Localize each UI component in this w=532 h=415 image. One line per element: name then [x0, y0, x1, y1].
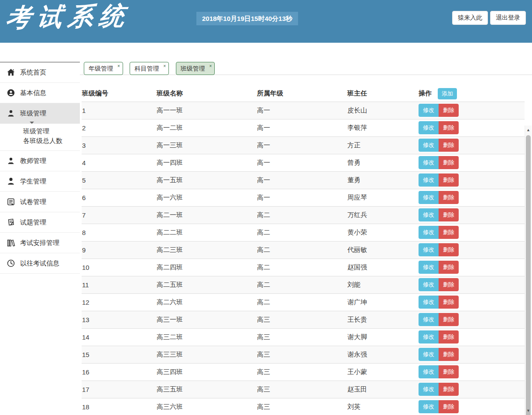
table-row: 5 高一五班 高一 董勇 修改 删除: [82, 171, 525, 189]
cell-class-name: 高三五班: [156, 381, 257, 398]
edit-button[interactable]: 修改: [419, 243, 439, 256]
edit-button[interactable]: 修改: [419, 156, 439, 169]
books-icon: [7, 238, 15, 247]
delete-button[interactable]: 删除: [439, 104, 459, 117]
main-content: 年级管理 × 科目管理 × 班级管理 × 班级编号 班级名称 所属年级 班主任: [80, 43, 532, 415]
person-icon: [7, 156, 15, 165]
sidebar-item-past-exam-info[interactable]: 以往考试信息: [0, 253, 80, 274]
table-row: 14 高三二班 高三 谢大脚 修改 删除: [82, 328, 525, 346]
cell-class-name: 高二一班: [156, 206, 257, 224]
submenu-item-class-totals[interactable]: 各班级总人数: [0, 136, 80, 146]
sidebar-item-exam-schedule-management[interactable]: 考试安排管理: [0, 233, 80, 253]
delete-button[interactable]: 删除: [439, 156, 459, 169]
sidebar-item-teacher-management[interactable]: 教师管理: [0, 151, 80, 171]
edit-button[interactable]: 修改: [419, 278, 439, 291]
sidebar-item-basic-info[interactable]: 基本信息: [0, 83, 80, 103]
edit-button[interactable]: 修改: [419, 365, 439, 378]
delete-button[interactable]: 删除: [439, 243, 459, 256]
sidebar-item-class-management[interactable]: 班级管理: [0, 103, 80, 124]
edit-button[interactable]: 修改: [419, 296, 439, 309]
delete-button[interactable]: 删除: [439, 226, 459, 239]
delete-button[interactable]: 删除: [439, 208, 459, 221]
tab-class-management[interactable]: 班级管理 ×: [176, 62, 215, 75]
delete-button[interactable]: 删除: [439, 173, 459, 187]
cell-grade: 高一: [257, 189, 347, 206]
edit-button[interactable]: 修改: [419, 330, 439, 344]
delete-button[interactable]: 删除: [439, 365, 459, 378]
user-circle-icon: [7, 88, 15, 97]
cell-teacher: 曾勇: [347, 154, 418, 171]
row-actions: 修改 删除: [419, 296, 459, 309]
add-button[interactable]: 添加: [438, 88, 457, 99]
delete-button[interactable]: 删除: [439, 278, 459, 291]
edit-button[interactable]: 修改: [419, 226, 439, 239]
cell-teacher: 赵玉田: [347, 381, 418, 398]
delete-button[interactable]: 删除: [439, 139, 459, 152]
edit-button[interactable]: 修改: [419, 348, 439, 361]
cell-grade: 高一: [257, 136, 347, 154]
edit-button[interactable]: 修改: [419, 261, 439, 274]
delete-button[interactable]: 删除: [439, 313, 459, 326]
cell-class-name: 高一四班: [156, 154, 257, 171]
cell-class-id: 15: [82, 346, 156, 363]
close-icon[interactable]: ×: [117, 64, 120, 68]
scrollbar-thumb[interactable]: [526, 135, 531, 415]
cell-class-id: 7: [82, 206, 156, 224]
edit-button[interactable]: 修改: [419, 313, 439, 326]
cell-teacher: 皮长山: [347, 102, 418, 119]
edit-button[interactable]: 修改: [419, 400, 439, 413]
cell-grade: 高三: [257, 398, 347, 415]
edit-button[interactable]: 修改: [419, 208, 439, 221]
close-icon[interactable]: ×: [163, 64, 166, 68]
delete-button[interactable]: 删除: [439, 261, 459, 274]
document-icon: [7, 197, 15, 206]
delete-button[interactable]: 删除: [439, 330, 459, 344]
cell-grade: 高二: [257, 241, 347, 259]
cell-class-name: 高一二班: [156, 119, 257, 136]
edit-button[interactable]: 修改: [419, 383, 439, 396]
table-row: 4 高一四班 高一 曾勇 修改 删除: [82, 154, 525, 171]
table-row: 9 高二三班 高二 代丽敏 修改 删除: [82, 241, 525, 259]
cell-class-id: 2: [82, 119, 156, 136]
cell-class-name: 高三二班: [156, 328, 257, 346]
cell-class-id: 4: [82, 154, 156, 171]
datetime-display: 2018年10月19日15时40分13秒: [196, 12, 298, 25]
tab-subject-management[interactable]: 科目管理 ×: [130, 62, 169, 75]
scroll-down-icon[interactable]: ▼: [525, 408, 532, 414]
vertical-scrollbar[interactable]: ▲ ▼: [525, 126, 532, 415]
delete-button[interactable]: 删除: [439, 191, 459, 204]
cell-teacher: 方正: [347, 136, 418, 154]
delete-button[interactable]: 删除: [439, 121, 459, 134]
submenu-item-class-management[interactable]: 班级管理: [0, 126, 80, 136]
delete-button[interactable]: 删除: [439, 296, 459, 309]
cell-class-name: 高二六班: [156, 293, 257, 311]
sidebar-item-student-management[interactable]: 学生管理: [0, 171, 80, 192]
edit-button[interactable]: 修改: [419, 191, 439, 204]
sidebar-item-home[interactable]: 系统首页: [0, 62, 80, 83]
tab-grade-management[interactable]: 年级管理 ×: [84, 62, 123, 75]
tab-label: 班级管理: [181, 65, 205, 73]
table-row: 17 高三五班 高三 赵玉田 修改 删除: [82, 381, 525, 398]
delete-button[interactable]: 删除: [439, 348, 459, 361]
delete-button[interactable]: 删除: [439, 400, 459, 413]
sidebar-item-question-management[interactable]: 试题管理: [0, 212, 80, 233]
sidebar-item-exam-paper-management[interactable]: 试卷管理: [0, 192, 80, 212]
delete-button[interactable]: 删除: [439, 383, 459, 396]
logout-button[interactable]: 退出登录: [490, 11, 526, 25]
sidebar-item-label: 试题管理: [20, 218, 46, 227]
edit-button[interactable]: 修改: [419, 104, 439, 117]
row-actions: 修改 删除: [419, 383, 459, 396]
column-header-grade: 所属年级: [257, 86, 347, 102]
yuan-lai-ru-ci-button[interactable]: 猿来入此: [452, 11, 488, 25]
scroll-up-icon[interactable]: ▲: [525, 127, 532, 133]
edit-button[interactable]: 修改: [419, 121, 439, 134]
edit-button[interactable]: 修改: [419, 139, 439, 152]
cell-teacher: 刘英: [347, 398, 418, 415]
cell-class-name: 高二五班: [156, 276, 257, 293]
row-actions: 修改 删除: [419, 121, 459, 134]
edit-button[interactable]: 修改: [419, 173, 439, 187]
person-icon: [7, 109, 15, 118]
cell-teacher: 黄小荣: [347, 224, 418, 241]
close-icon[interactable]: ×: [209, 64, 212, 68]
app-header: 考试系统 2018年10月19日15时40分13秒 猿来入此 退出登录: [0, 0, 532, 43]
